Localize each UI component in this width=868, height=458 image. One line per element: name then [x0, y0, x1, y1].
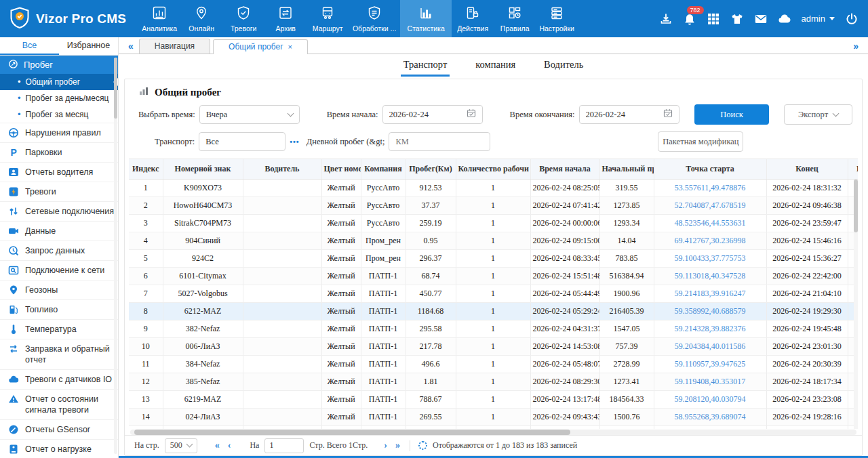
view-tab[interactable]: Водитель	[541, 59, 586, 77]
sidebar-item-geozone-pin[interactable]: Геозоны	[0, 280, 118, 299]
sidebar-item-net-search[interactable]: Подключение к сети	[0, 260, 118, 280]
topnav-item-online[interactable]: Онлайн	[180, 0, 222, 37]
sidebar-item-wheel[interactable]: Нарушения правил	[0, 123, 118, 142]
sidebar-tab-all[interactable]: Все	[0, 37, 59, 55]
cloud-icon[interactable]	[778, 12, 791, 26]
sidebar-subitem[interactable]: •Общий пробег	[0, 74, 118, 90]
first-page-button[interactable]: «	[214, 440, 221, 451]
start-point-link[interactable]: 52.704087,47.678519	[654, 196, 766, 214]
start-point-link[interactable]: 59.119408,40.353017	[654, 373, 766, 390]
table-vertical-scrollbar[interactable]	[854, 180, 858, 429]
download-icon[interactable]	[659, 12, 673, 26]
table-row[interactable]: 75027-VolgobusЖелтыйПАТП-1450.7712026-02…	[129, 285, 858, 302]
batch-modify-button[interactable]: Пакетная модификац	[658, 131, 743, 152]
table-row[interactable]: 12385-NefazЖелтыйПАТП-11.8112026-02-24 0…	[129, 373, 858, 390]
sidebar-group-mileage[interactable]: Пробег	[0, 56, 118, 74]
topnav-item-processing[interactable]: Обработки ...	[349, 0, 400, 37]
sidebar-scrollbar[interactable]	[114, 58, 117, 454]
sidebar-item-alarm-flash[interactable]: Тревоги	[0, 182, 118, 201]
end-date-input[interactable]	[579, 105, 679, 124]
transport-value[interactable]	[205, 137, 273, 147]
tab-overflow-button[interactable]: »	[848, 41, 864, 54]
app-logo[interactable]: Vizor Pro CMS	[0, 0, 138, 37]
workspace-tab[interactable]: Навигация	[139, 39, 210, 54]
table-row[interactable]: 4904СинийЖелтыйПром_рен0.9512026-02-24 0…	[129, 232, 858, 249]
power-icon[interactable]	[845, 12, 859, 26]
topnav-item-alarms[interactable]: Тревоги	[222, 0, 264, 37]
start-point-link[interactable]: 59.208120,40.030794	[654, 390, 766, 408]
topnav-item-analytics[interactable]: Аналитика	[138, 0, 180, 37]
daily-mileage-input[interactable]	[389, 132, 490, 151]
topnav-item-archive[interactable]: Архив	[264, 0, 307, 37]
start-point-link[interactable]: 48.523546,44.553631	[654, 214, 766, 232]
sidebar-item-updown-arrows[interactable]: Сетевые подключения	[0, 201, 118, 221]
shirt-icon[interactable]	[730, 12, 744, 26]
prev-page-button[interactable]: ‹	[226, 440, 233, 451]
start-point-link[interactable]: 59.113018,40.347528	[654, 267, 766, 285]
table-row[interactable]: 14024-ЛиАЗЖелтыйПАТП-1269.5512026-02-24 …	[129, 408, 858, 425]
start-point-link[interactable]: 59.214162,39.882726	[654, 425, 766, 429]
table-row[interactable]: 86212-MAZЖелтыйПАТП-11184.6812026-02-24 …	[129, 302, 858, 320]
sidebar-item-data-query[interactable]: Запрос данных	[0, 241, 118, 260]
sidebar-item-fuel[interactable]: Топливо	[0, 299, 118, 319]
start-point-link[interactable]: 58.955268,39.689074	[654, 408, 766, 425]
table-row[interactable]: 15021-ЛиАЗЖелтыйПАТП-153.9912026-02-24 0…	[129, 425, 858, 429]
export-button[interactable]: Экспорт	[784, 104, 852, 125]
view-tab[interactable]: компания	[473, 59, 518, 77]
sidebar-subitem[interactable]: •Пробег за месяц	[0, 106, 118, 123]
table-row[interactable]: 2HowoH640CM73ЖелтыйРуссАвто37.3712026-02…	[129, 196, 858, 214]
topnav-item-statistics[interactable]: Статистика	[400, 0, 452, 37]
sidebar-item-gsensor[interactable]: Отчеты GSensor	[0, 419, 118, 439]
sidebar-item-thermometer[interactable]: Температура	[0, 319, 118, 339]
start-point-link[interactable]: 59.214183,39.916247	[654, 285, 766, 302]
start-point-link[interactable]: 59.100433,37.775753	[654, 249, 766, 267]
last-page-button[interactable]: »	[394, 440, 401, 451]
refresh-spinner-icon[interactable]	[418, 441, 427, 450]
sidebar-subitem[interactable]: •Пробег за день/месяц	[0, 90, 118, 106]
transport-picker-dots-icon[interactable]: •••	[290, 138, 300, 146]
table-row[interactable]: 5924C2ЖелтыйПром_рен296.3712026-02-24 08…	[129, 249, 858, 267]
start-point-link[interactable]: 59.214328,39.882376	[654, 320, 766, 337]
topnav-item-rules[interactable]: Правила	[494, 0, 536, 37]
table-row[interactable]: 10006-ЛиАЗЖелтыйПАТП-1217.7812026-02-24 …	[129, 337, 858, 355]
start-point-link[interactable]: 59.204384,40.011586	[654, 337, 766, 355]
mail-icon[interactable]	[754, 12, 768, 26]
page-number-input[interactable]	[264, 438, 304, 453]
sidebar-tab-favorites[interactable]: Избранное	[59, 37, 118, 55]
start-point-link[interactable]: 69.412767,30.236998	[654, 232, 766, 249]
sidebar-item-driver[interactable]: Отчеты водителя	[0, 162, 118, 182]
table-horizontal-scrollbar[interactable]	[130, 430, 856, 435]
table-row[interactable]: 9382-NefazЖелтыйПАТП-1295.5812026-02-24 …	[129, 320, 858, 337]
per-page-select[interactable]: 500	[165, 438, 197, 453]
collapse-sidebar-button[interactable]: «	[123, 41, 139, 54]
sidebar-item-cloud-io[interactable]: Тревоги с датчиков IO	[0, 369, 118, 389]
table-row[interactable]: 3SitrakC704PM73ЖелтыйРуссАвто259.1912026…	[129, 214, 858, 232]
view-tab[interactable]: Транспорт	[401, 59, 450, 77]
alarm-bell-icon[interactable]: 782	[683, 12, 696, 26]
topnav-item-route[interactable]: Маршрут	[307, 0, 349, 37]
apps-grid-icon[interactable]	[707, 12, 720, 26]
table-row[interactable]: 1K909XO73ЖелтыйРуссАвто912.5312026-02-24…	[129, 179, 858, 196]
sidebar-item-load-report[interactable]: Отчет о нагрузке	[0, 439, 118, 458]
start-point-link[interactable]: 59.110957,39.947625	[654, 355, 766, 373]
time-range-select[interactable]: Вчера	[199, 105, 300, 124]
close-tab-icon[interactable]: ×	[288, 43, 292, 51]
table-row[interactable]: 66101-CitymaxЖелтыйПАТП-168.7412026-02-2…	[129, 267, 858, 285]
sidebar-item-warning[interactable]: Отчет о состоянии сигнала тревоги	[0, 389, 118, 419]
start-date-input[interactable]	[382, 105, 483, 124]
table-row[interactable]: 136219-MAZЖелтыйПАТП-1788.6712026-02-24 …	[129, 390, 858, 408]
user-menu[interactable]: admin	[802, 14, 835, 24]
workspace-tab[interactable]: Общий пробег×	[213, 39, 308, 54]
end-date-value[interactable]	[586, 110, 654, 120]
table-row[interactable]: 11384-NefazЖелтыйПАТП-1496.612026-02-24 …	[129, 355, 858, 373]
topnav-item-settings[interactable]: Настройки	[536, 0, 578, 37]
start-point-link[interactable]: 59.358992,40.688579	[654, 302, 766, 320]
search-button[interactable]: Поиск	[694, 104, 770, 125]
start-point-link[interactable]: 53.557611,49.478876	[654, 179, 766, 196]
sidebar-item-parking[interactable]: PПарковки	[0, 142, 118, 162]
start-date-value[interactable]	[389, 110, 457, 120]
daily-mileage-value[interactable]	[395, 137, 484, 147]
next-page-button[interactable]: ›	[382, 440, 389, 451]
sidebar-item-swap-arrows[interactable]: Заправка и обратный отчет	[0, 339, 118, 369]
transport-input[interactable]	[199, 132, 285, 151]
